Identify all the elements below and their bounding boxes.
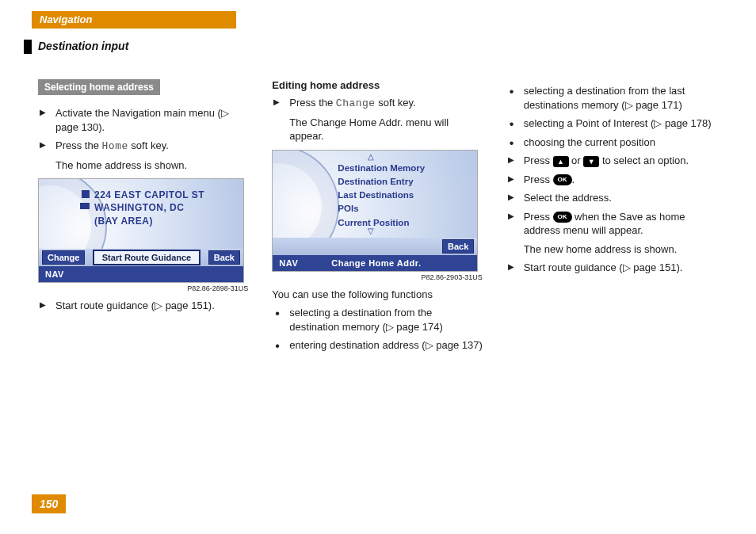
note-change-menu: The Change Home Addr. menu will appear. [272, 116, 483, 143]
scr1-navbar: NAV [39, 266, 243, 282]
bullet-text: entering destination address [289, 339, 422, 351]
steps-list: Press ▲ or ▼ to select an option. Press … [506, 154, 718, 238]
subheading-selecting-home: Selecting home address [38, 79, 160, 95]
addr-line3: (BAY AREA) [94, 215, 204, 227]
start-route-button[interactable]: Start Route Guidance [93, 250, 200, 265]
bullet-current-pos: choosing the current position [506, 135, 718, 150]
image-code-2: P82.86-2903-31US [272, 273, 482, 281]
change-softkey[interactable]: Change [42, 250, 85, 265]
step-press-home: Press the Home soft key. [38, 139, 250, 154]
chapter-tab: Navigation [32, 11, 236, 29]
arrow-down-icon: ▽ [368, 227, 374, 235]
step-press-arrows: Press ▲ or ▼ to select an option. [506, 154, 718, 168]
column-3: selecting a destination from the last de… [506, 79, 718, 357]
back-softkey[interactable]: Back [208, 250, 240, 265]
ok-key-icon: OK [553, 212, 572, 223]
step-text: Start route guidance [55, 299, 151, 311]
bullet-text: selecting a Point of Interest [524, 117, 651, 129]
page-ref: (▷ page 151). [619, 261, 682, 273]
steps-list-after: Start route guidance (▷ page 151). [38, 299, 250, 313]
step-post: soft key. [376, 97, 416, 109]
step-press-ok: Press OK. [506, 173, 718, 187]
bullet-enter-addr: entering destination address (▷ page 137… [272, 338, 483, 353]
section-title: Destination input [38, 40, 128, 52]
image-code-1: P82.86-2898-31US [38, 284, 248, 292]
screenshot-home-address: 224 EAST CAPITOL ST WASHINGTON, DC (BAY … [38, 178, 244, 283]
step-start-route: Start route guidance (▷ page 151). [506, 261, 718, 275]
softkey-name: Change [336, 97, 376, 109]
screenshot-change-home: △ Destination Memory Destination Entry L… [272, 150, 478, 272]
bullet-last-dest: selecting a destination from the last de… [506, 84, 718, 112]
up-key-icon: ▲ [553, 156, 569, 167]
page-ref: (▷ page 174) [382, 321, 443, 333]
step-press-ok-save: Press OK when the Save as home address m… [506, 210, 718, 238]
step-pre: Press [524, 211, 553, 223]
step-post: . [572, 174, 575, 185]
menu-item[interactable]: Current Position [338, 216, 425, 230]
page-ref: (▷ page 178) [651, 117, 712, 129]
down-key-icon: ▼ [583, 156, 599, 167]
step-pre: Press [524, 174, 553, 185]
page-ref: (▷ page 137) [422, 339, 483, 351]
scr2-navbar: NAV Change Home Addr. [273, 255, 477, 271]
addr-line1: 224 EAST CAPITOL ST [94, 189, 204, 201]
nav-title: Change Home Addr. [331, 258, 421, 268]
side-marker [24, 40, 32, 54]
heading-editing-home: Editing home address [272, 79, 483, 91]
step-pre: Press the [55, 139, 102, 151]
ok-key-icon: OK [553, 174, 572, 185]
arrow-up-icon: △ [368, 152, 374, 161]
step-activate-nav: Activate the Navigation main menu (▷ pag… [38, 106, 250, 134]
addr-line2: WASHINGTON, DC [94, 201, 204, 214]
menu-item[interactable]: Last Destinations [338, 189, 425, 202]
bullet-text: choosing the current position [524, 136, 655, 148]
column-1: Selecting home address Activate the Navi… [38, 79, 250, 357]
step-press-change: Press the Change soft key. [272, 96, 483, 111]
page-ref: (▷ page 171) [621, 99, 682, 111]
page-number: 150 [32, 494, 66, 513]
steps-list: Press the Change soft key. [272, 96, 483, 111]
step-text: Start route guidance [524, 261, 620, 273]
bullet-list: selecting a destination from the destina… [272, 306, 483, 353]
bullet-list: selecting a destination from the last de… [506, 84, 718, 149]
bullet-dest-memory: selecting a destination from the destina… [272, 306, 483, 334]
back-softkey[interactable]: Back [442, 239, 474, 254]
nav-label: NAV [279, 258, 298, 268]
note-new-home: The new home address is shown. [506, 242, 718, 257]
menu-item[interactable]: Destination Memory [338, 162, 425, 175]
note-home-shown: The home address is shown. [38, 158, 250, 173]
step-pre: Press the [289, 97, 336, 109]
step-start-route: Start route guidance (▷ page 151). [38, 299, 250, 313]
scr1-display: 224 EAST CAPITOL ST WASHINGTON, DC (BAY … [39, 179, 243, 249]
building-icon [80, 203, 90, 209]
bullet-poi: selecting a Point of Interest (▷ page 17… [506, 116, 718, 131]
steps-list: Activate the Navigation main menu (▷ pag… [38, 106, 250, 154]
scr1-softbar: Change Start Route Guidance Back [39, 249, 243, 266]
lead-text: You can use the following functions [272, 288, 483, 302]
step-select-addr: Select the address. [506, 191, 718, 205]
menu-item[interactable]: POIs [338, 202, 425, 216]
step-text: Select the address. [524, 192, 612, 204]
compass-icon [273, 151, 339, 238]
page-ref: (▷ page 151). [151, 299, 215, 311]
menu-item[interactable]: Destination Entry [338, 175, 425, 189]
scr2-softbar: Back [273, 238, 477, 255]
softkey-name: Home [102, 140, 128, 152]
menu-list: Destination Memory Destination Entry Las… [338, 162, 425, 230]
scr2-display: △ Destination Memory Destination Entry L… [273, 151, 477, 238]
step-post: to select an option. [599, 154, 689, 166]
step-mid: or [569, 154, 584, 166]
step-pre: Press [524, 154, 553, 166]
address-block: 224 EAST CAPITOL ST WASHINGTON, DC (BAY … [94, 189, 204, 227]
step-post: soft key. [128, 139, 169, 151]
step-text: Activate the Navigation main menu [55, 107, 218, 119]
home-icon [82, 190, 90, 198]
steps-list-after: Start route guidance (▷ page 151). [506, 261, 718, 275]
content-columns: Selecting home address Activate the Navi… [38, 79, 718, 357]
column-2: Editing home address Press the Change so… [272, 79, 483, 357]
